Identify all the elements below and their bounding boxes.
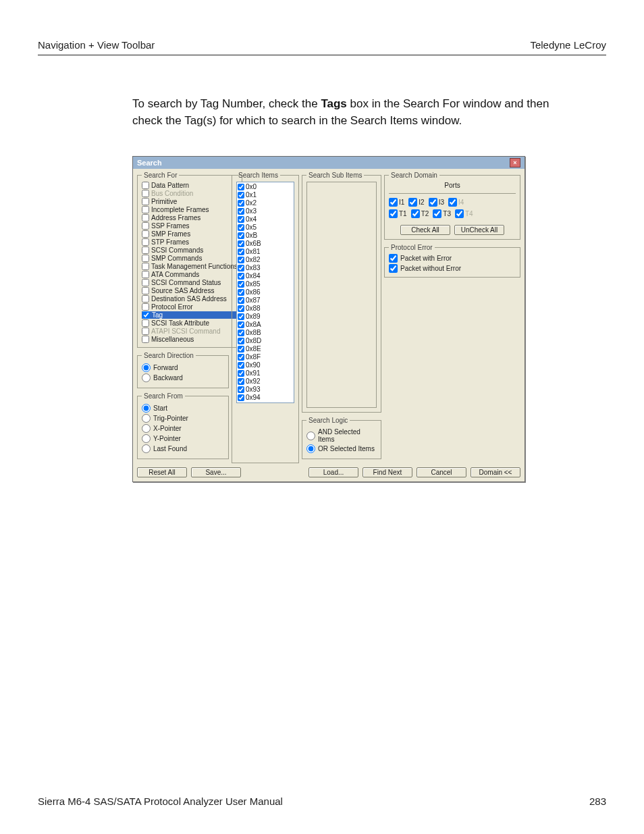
search-direction-radio[interactable] [142, 373, 151, 382]
search-item[interactable]: 0xB [238, 232, 293, 240]
search-for-item[interactable]: Address Frames [142, 214, 238, 221]
port-checkbox[interactable] [408, 198, 417, 207]
search-for-item[interactable]: SCSI Commands [142, 246, 238, 254]
search-logic-radio[interactable] [306, 444, 315, 453]
port-checkbox[interactable] [411, 209, 420, 218]
search-for-item[interactable]: SMP Commands [142, 255, 238, 262]
port-option[interactable]: T1 [389, 209, 407, 218]
search-for-item[interactable]: Incomplete Frames [142, 206, 238, 213]
search-item-checkbox[interactable] [238, 232, 244, 239]
search-item[interactable]: 0x88 [238, 305, 293, 313]
check-all-button[interactable]: Check All [400, 225, 450, 235]
search-for-checkbox[interactable] [142, 263, 149, 270]
load-button[interactable]: Load... [308, 467, 358, 477]
search-for-item[interactable]: SCSI Command Status [142, 279, 238, 286]
search-for-item[interactable]: Task Management Functions [142, 263, 238, 270]
search-item-checkbox[interactable] [238, 313, 244, 320]
search-item[interactable]: 0x90 [238, 361, 293, 369]
port-checkbox[interactable] [429, 198, 437, 207]
search-item-checkbox[interactable] [238, 208, 244, 215]
search-logic-option[interactable]: OR Selected Items [306, 444, 377, 453]
search-for-checkbox[interactable] [142, 190, 149, 197]
search-from-option[interactable]: Last Found [142, 444, 224, 453]
search-for-checkbox[interactable] [142, 295, 149, 303]
search-item[interactable]: 0x83 [238, 264, 293, 272]
port-option[interactable]: T4 [455, 209, 473, 218]
uncheck-all-button[interactable]: UnCheck All [454, 225, 504, 235]
search-for-item[interactable]: Protocol Error [142, 303, 238, 311]
search-for-checkbox[interactable] [142, 238, 149, 246]
search-item[interactable]: 0x86 [238, 288, 293, 296]
search-logic-option[interactable]: AND Selected Items [306, 428, 377, 443]
search-item-checkbox[interactable] [238, 224, 244, 231]
search-item-checkbox[interactable] [238, 330, 244, 336]
search-for-item[interactable]: Source SAS Address [142, 287, 238, 294]
search-item-checkbox[interactable] [238, 378, 244, 385]
search-item[interactable]: 0x81 [238, 248, 293, 256]
search-for-item[interactable]: SCSI Task Attribute [142, 319, 238, 327]
protocol-error-option[interactable]: Packet without Error [389, 264, 516, 273]
search-item[interactable]: 0x8F [238, 353, 293, 361]
search-item[interactable]: 0x8E [238, 345, 293, 353]
search-item[interactable]: 0x6B [238, 240, 293, 248]
search-from-option[interactable]: Y-Pointer [142, 434, 224, 443]
search-direction-option[interactable]: Forward [142, 363, 224, 372]
search-for-checkbox[interactable] [142, 255, 149, 262]
protocol-error-checkbox[interactable] [389, 254, 398, 263]
protocol-error-option[interactable]: Packet with Error [389, 254, 516, 263]
search-item-checkbox[interactable] [238, 257, 244, 263]
search-for-checkbox[interactable] [142, 336, 149, 343]
search-for-checkbox[interactable] [142, 271, 149, 278]
save-button[interactable]: Save... [191, 467, 241, 477]
search-for-item[interactable]: Tag [142, 311, 238, 319]
search-for-item[interactable]: Bus Condition [142, 190, 238, 197]
search-for-checkbox[interactable] [142, 230, 149, 238]
search-item-checkbox[interactable] [238, 354, 244, 361]
search-item-checkbox[interactable] [238, 249, 244, 255]
search-for-checkbox[interactable] [142, 328, 149, 335]
port-checkbox[interactable] [389, 198, 398, 207]
port-checkbox[interactable] [455, 209, 464, 218]
search-for-item[interactable]: Destination SAS Address [142, 295, 238, 303]
search-from-radio[interactable] [142, 444, 151, 453]
search-item[interactable]: 0x89 [238, 313, 293, 321]
search-from-option[interactable]: Trig-Pointer [142, 414, 224, 423]
search-for-checkbox[interactable] [142, 303, 149, 311]
search-item[interactable]: 0x92 [238, 377, 293, 386]
search-for-item[interactable]: SSP Frames [142, 222, 238, 230]
search-direction-option[interactable]: Backward [142, 373, 224, 382]
search-item-checkbox[interactable] [238, 184, 244, 190]
search-for-item[interactable]: Data Pattern [142, 182, 238, 189]
search-item-checkbox[interactable] [238, 240, 244, 247]
port-checkbox[interactable] [448, 198, 457, 207]
search-item[interactable]: 0x2 [238, 199, 293, 207]
search-item-checkbox[interactable] [238, 402, 244, 403]
port-option[interactable]: I2 [408, 198, 424, 207]
search-for-item[interactable]: Primitive [142, 198, 238, 205]
search-item[interactable]: 0x95 [238, 402, 293, 403]
close-icon[interactable]: × [510, 158, 520, 167]
search-from-radio[interactable] [142, 414, 151, 423]
search-item[interactable]: 0x82 [238, 256, 293, 264]
dialog-titlebar[interactable]: Search × [133, 157, 525, 169]
search-for-checkbox[interactable] [142, 246, 149, 254]
search-items-listbox[interactable]: 0x00x10x20x30x40x50xB0x6B0x810x820x830x8… [236, 182, 294, 403]
search-item-checkbox[interactable] [238, 386, 244, 393]
search-for-checkbox[interactable] [142, 214, 149, 221]
search-for-item[interactable]: ATA Commands [142, 271, 238, 278]
search-item-checkbox[interactable] [238, 265, 244, 271]
search-item-checkbox[interactable] [238, 281, 244, 288]
search-item[interactable]: 0x8A [238, 321, 293, 329]
search-item[interactable]: 0x0 [238, 183, 293, 191]
search-from-option[interactable]: Start [142, 404, 224, 413]
search-item-checkbox[interactable] [238, 394, 244, 401]
cancel-button[interactable]: Cancel [417, 467, 466, 477]
search-for-item[interactable]: SMP Frames [142, 230, 238, 238]
search-for-checkbox[interactable] [142, 222, 149, 230]
search-item-checkbox[interactable] [238, 289, 244, 296]
search-item-checkbox[interactable] [238, 338, 244, 344]
find-next-button[interactable]: Find Next [363, 467, 412, 477]
search-item-checkbox[interactable] [238, 305, 244, 312]
port-checkbox[interactable] [389, 209, 398, 218]
port-option[interactable]: I4 [448, 198, 464, 207]
